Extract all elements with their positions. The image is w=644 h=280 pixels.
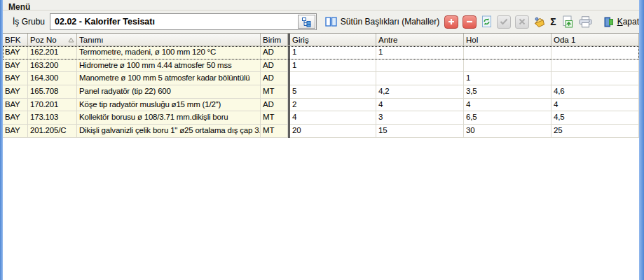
cell-hol[interactable] [464,59,551,73]
cell-hol[interactable]: 6,5 [464,111,551,125]
export-button[interactable] [561,15,574,28]
is-grubu-tree-button[interactable] [298,15,315,29]
column-header-bfk[interactable]: BFK [3,34,28,46]
cell-hol[interactable] [464,46,551,59]
column-header-hol[interactable]: Hol [464,34,551,46]
cell-birim[interactable]: AD [261,72,288,85]
cancel-button-disabled[interactable] [515,15,529,29]
refresh-button[interactable] [481,15,493,28]
cell-birim[interactable]: AD [261,46,288,59]
table-row[interactable]: BAY201.205/CDikişli galvanizli çelik bor… [3,125,639,138]
is-grubu-value: 02.02 - Kalorifer Tesisatı [50,14,297,29]
exit-door-icon [603,17,614,27]
cell-tanimi[interactable]: Panel radyatör (tip 22) 600 [77,85,261,99]
menu-item-menu[interactable]: Menü [8,2,30,10]
column-header-birim[interactable]: Birim [261,34,288,46]
cell-bfk[interactable]: BAY [3,125,28,138]
cell-oda-1[interactable] [551,59,639,73]
print-button[interactable] [578,16,593,28]
cell-oda-1[interactable]: 4,5 [551,111,639,125]
cell-poz-no[interactable]: 164.300 [28,72,77,85]
cell-tanimi[interactable]: Hidrometre ø 100 mm 4.44 atmosfer 50 mss [77,59,261,73]
printer-icon [578,16,593,28]
cell-bfk[interactable]: BAY [3,111,28,125]
cell-antre[interactable]: 1 [376,46,464,59]
cell-bfk[interactable]: BAY [3,72,28,85]
column-header-oda-1[interactable]: Oda 1 [551,34,639,46]
cell-antre[interactable]: 4,2 [376,85,464,99]
cell-poz-no[interactable]: 163.200 [28,59,77,73]
tag-button[interactable] [533,16,546,28]
column-header-tanimi[interactable]: Tanımı [77,34,261,46]
cell-poz-no[interactable]: 165.708 [28,85,77,99]
cell-hol[interactable]: 30 [464,125,551,138]
cell-antre[interactable]: 4 [376,99,464,112]
kapat-button[interactable]: Kapat [603,17,639,27]
cell-antre[interactable]: 15 [376,125,464,138]
cell-hol[interactable]: 3,5 [464,85,551,99]
is-grubu-combobox[interactable]: 02.02 - Kalorifer Tesisatı [50,13,317,30]
cell-giris[interactable]: 4 [290,111,376,125]
sort-ascending-icon [68,37,74,43]
cell-giris[interactable] [290,72,376,85]
cell-hol[interactable]: 4 [464,99,551,112]
cell-poz-no[interactable]: 170.201 [28,99,77,112]
cell-tanimi[interactable]: Dikişli galvanizli çelik boru 1" ø25 ort… [77,125,261,138]
cell-poz-no[interactable]: 173.103 [28,111,77,125]
cell-oda-1[interactable]: 4 [551,99,639,112]
minus-icon [463,15,477,29]
table-row[interactable]: BAY162.201Termometre, madeni, ø 100 mm 1… [3,46,639,59]
cell-birim[interactable]: AD [261,59,288,73]
table-row[interactable]: BAY163.200Hidrometre ø 100 mm 4.44 atmos… [3,59,639,73]
add-row-button[interactable] [444,15,458,29]
table-row[interactable]: BAY164.300Manometre ø 100 mm 5 atmosfer … [3,72,639,85]
cell-birim[interactable]: MT [261,111,288,125]
cell-tanimi[interactable]: Köşe tip radyatör musluğu ø15 mm (1/2") [77,99,261,112]
cell-bfk[interactable]: BAY [3,85,28,99]
cell-birim[interactable]: MT [261,85,288,99]
window-border-right [639,0,644,280]
sum-button[interactable]: Σ [550,16,556,27]
cell-bfk[interactable]: BAY [3,59,28,73]
window-content: Menü İş Grubu 02.02 - Kalorifer Tesisatı [3,0,639,280]
column-header-giris[interactable]: Giriş [290,34,376,46]
column-header-poz-no[interactable]: Poz No [28,34,77,46]
cell-giris[interactable]: 5 [290,85,376,99]
table-row[interactable]: BAY170.201Köşe tip radyatör musluğu ø15 … [3,99,639,112]
column-header-label: BFK [5,36,20,44]
cell-hol[interactable]: 1 [464,72,551,85]
cell-birim[interactable]: AD [261,99,288,112]
toolbar: İş Grubu 02.02 - Kalorifer Tesisatı [3,10,639,33]
cell-tanimi[interactable]: Termometre, madeni, ø 100 mm 120 °C [77,46,261,59]
cell-giris[interactable]: 2 [290,99,376,112]
confirm-button-disabled[interactable] [497,15,511,29]
cell-giris[interactable]: 1 [290,46,376,59]
cell-bfk[interactable]: BAY [3,99,28,112]
cell-antre[interactable]: 3 [376,111,464,125]
kapat-label: Kapat [617,17,639,27]
cell-antre[interactable] [376,72,464,85]
refresh-icon [481,15,493,28]
column-headers-icon [325,17,337,27]
cell-bfk[interactable]: BAY [3,46,28,59]
cell-poz-no[interactable]: 162.201 [28,46,77,59]
cell-antre[interactable] [376,59,464,73]
table-row[interactable]: BAY165.708Panel radyatör (tip 22) 600MT5… [3,85,639,99]
cell-oda-1[interactable]: 25 [551,125,639,138]
table-row[interactable]: BAY173.103Kollektör borusu ø 108/3.71 mm… [3,111,639,125]
cell-oda-1[interactable] [551,72,639,85]
column-header-label: Hol [466,36,478,44]
cell-birim[interactable]: MT [261,125,288,138]
cell-oda-1[interactable] [551,46,639,59]
remove-row-button[interactable] [463,15,477,29]
cell-giris[interactable]: 1 [290,59,376,73]
cell-poz-no[interactable]: 201.205/C [28,125,77,138]
cell-giris[interactable]: 20 [290,125,376,138]
cell-oda-1[interactable]: 4,6 [551,85,639,99]
cell-tanimi[interactable]: Kollektör borusu ø 108/3.71 mm.dikişli b… [77,111,261,125]
column-header-label: Birim [263,36,281,44]
export-document-icon [561,15,574,28]
cell-tanimi[interactable]: Manometre ø 100 mm 5 atmosfer kadar bölü… [77,72,261,85]
grid-rows: BAY162.201Termometre, madeni, ø 100 mm 1… [3,46,639,138]
column-header-antre[interactable]: Antre [376,34,464,46]
